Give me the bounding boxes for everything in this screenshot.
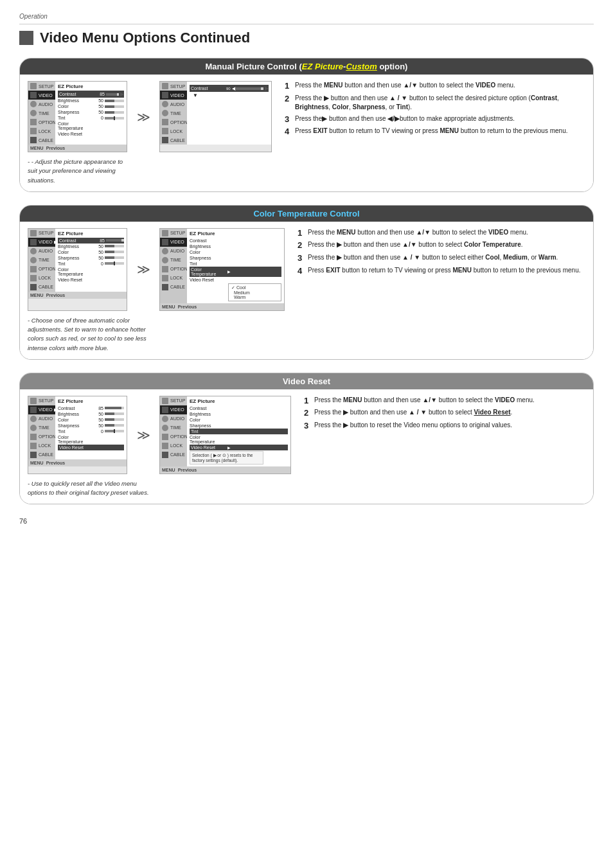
instr-3-1: 1 Press the MENU button and then use ▲/▼… <box>304 396 585 406</box>
menu-footer-r-3: MENU Previous <box>160 466 290 474</box>
section2-arrow: ≫ <box>134 228 153 311</box>
menu-title-1: EZ Picture <box>58 84 124 89</box>
sidebar-r-cable-1: CABLE <box>160 136 187 145</box>
instructions-1: 1 Press the MENU button and then use ▲/▼… <box>285 81 585 152</box>
menu-footer-3: MENU Previous <box>28 459 127 466</box>
sidebar-video-2: VIDEO ▶ <box>28 238 55 247</box>
menu-r-title-3: EZ Picture <box>190 398 288 404</box>
menu-row-contrast-1: Contrast 85 ▶ <box>58 91 124 98</box>
desc-1: - Adjust the picture appearance to suit … <box>28 157 134 185</box>
section-header-videoreset: Video Reset <box>20 373 593 389</box>
menu-row-brightness-1: Brightness 50 <box>58 98 124 103</box>
sidebar-time-1: TIME <box>28 109 55 118</box>
sidebar-setup-1: SETUP <box>28 82 55 91</box>
sidebar-time-2: TIME <box>28 256 55 265</box>
menu-row-tint-2: Tint0 <box>58 261 124 267</box>
section-header-colortemp: Color Temperature Control <box>20 206 593 222</box>
instructions-2: 1 Press the MENU button and then use ▲/▼… <box>298 228 585 311</box>
tv-menu-left-3: SETUP VIDEO ▶ AUDIO TIME OPTION LOCK CAB… <box>28 396 127 474</box>
menu-row-sharpness-3: Sharpness50 <box>58 423 124 429</box>
sidebar-option-2: OPTION <box>28 265 55 274</box>
instr-1-1: 1 Press the MENU button and then use ▲/▼… <box>285 81 585 91</box>
sidebar-r-option-3: OPTION <box>160 432 187 441</box>
section-manual-picture: Manual Picture Control (EZ Picture-Custo… <box>19 58 594 192</box>
title-block-icon <box>19 31 33 45</box>
sidebar-video-1: VIDEO <box>28 91 55 100</box>
color-option-cool: ✓ Cool <box>231 285 278 290</box>
menu-row-videoreset-3: Video Reset <box>58 445 124 450</box>
section-header-manual: Manual Picture Control (EZ Picture-Custo… <box>20 58 593 75</box>
menu-row-contrast-3: Contrast85 <box>58 405 124 411</box>
sidebar-setup-3: SETUP <box>28 396 55 405</box>
sidebar-option-3: OPTION <box>28 432 55 441</box>
sidebar-r-lock-3: LOCK <box>160 441 187 450</box>
sidebar-r-video-1: VIDEO <box>160 91 187 100</box>
desc-2: - Choose one of three automatic color ad… <box>28 316 156 353</box>
sidebar-video-3: VIDEO ▶ <box>28 405 55 414</box>
sidebar-lock-1: LOCK <box>28 127 55 136</box>
tv-menu-right-1: SETUP VIDEO AUDIO TIME OPTION <box>159 81 272 152</box>
menu-r-colortemp-3: Color Temperature <box>190 434 288 445</box>
instr-1-3: 3 Press the▶ button and then use ◀/▶butt… <box>285 114 585 125</box>
instr-2-4: 4 Press EXIT button to return to TV view… <box>298 266 585 276</box>
sidebar-r-time-1: TIME <box>160 109 187 118</box>
sidebar-r-cable-2: CABLE <box>160 283 187 292</box>
menu-footer-r-2: MENU Previous <box>160 303 284 310</box>
menu-footer-2: MENU Previous <box>28 292 127 299</box>
menu-r-color-2: Color <box>190 249 281 255</box>
menu-r-sharpness-3: Sharpness <box>190 423 288 429</box>
menu-row-colortemp-1: Color Temperature <box>58 121 124 131</box>
menu-row-colortemp-3: Color Temperature <box>58 434 124 445</box>
instr-3-3: 3 Press the ▶ button to reset the Video … <box>304 421 585 431</box>
section-color-temp: Color Temperature Control SETUP VIDEO ▶ … <box>19 205 594 360</box>
sidebar-r-video-3: VIDEO <box>160 405 187 414</box>
sidebar-audio-2: AUDIO <box>28 247 55 256</box>
color-selection-popup: ✓ Cool Medium Warm <box>228 283 281 301</box>
instr-2-1: 1 Press the MENU button and then use ▲/▼… <box>298 228 585 238</box>
sidebar-setup-2: SETUP <box>28 229 55 238</box>
sidebar-r-option-1: OPTION <box>160 118 187 127</box>
instr-2-3: 3 Press the ▶ button and then use ▲ / ▼ … <box>298 253 585 263</box>
section-video-reset: Video Reset SETUP VIDEO ▶ AUDIO TIME OPT… <box>19 373 594 505</box>
color-option-warm: Warm <box>231 295 278 299</box>
menu-r-tint-3: Tint <box>190 429 288 434</box>
instructions-3: 1 Press the MENU button and then use ▲/▼… <box>304 396 585 474</box>
sidebar-cable-2: CABLE <box>28 283 55 292</box>
menu-r-down-1: ▼ <box>190 92 269 99</box>
sidebar-r-audio-1: AUDIO <box>160 100 187 109</box>
sidebar-r-audio-2: AUDIO <box>160 247 187 256</box>
menu-row-tint-3: Tint0 <box>58 429 124 434</box>
menu-r-tint-2: Tint <box>190 261 281 267</box>
selection-note-3: Selection ( ▶ or ⊙ ) resets to the facto… <box>190 451 263 465</box>
sidebar-r-cable-3: CABLE <box>160 450 187 459</box>
tv-menu-left-1: SETUP VIDEO AUDIO TIME OPTION <box>28 81 127 152</box>
sidebar-r-setup-3: SETUP <box>160 396 187 405</box>
menu-r-sharpness-2: Sharpness <box>190 255 281 261</box>
sidebar-audio-1: AUDIO <box>28 100 55 109</box>
menu-r-brightness-2: Brightness <box>190 244 281 249</box>
sidebar-time-3: TIME <box>28 423 55 432</box>
menu-row-colortemp-2: Color Temperature <box>58 267 124 277</box>
page-number: 76 <box>19 517 594 525</box>
page-header: Operation <box>19 13 594 24</box>
sidebar-lock-3: LOCK <box>28 441 55 450</box>
menu-r-contrast-3: Contrast <box>190 405 288 411</box>
menu-row-videoreset-1: Video Reset <box>58 131 124 137</box>
menu-row-color-2: Color50 <box>58 249 124 255</box>
menu-r-videoreset-3: Video Reset ▶ <box>190 445 288 450</box>
sidebar-option-1: OPTION <box>28 118 55 127</box>
menu-r-videoreset-2: Video Reset <box>190 277 281 283</box>
tv-menu-right-3: SETUP VIDEO AUDIO TIME OPTION LOCK CABLE… <box>159 396 291 474</box>
sidebar-r-lock-1: LOCK <box>160 127 187 136</box>
sidebar-r-time-2: TIME <box>160 256 187 265</box>
menu-row-color-1: Color 50 <box>58 103 124 109</box>
menu-row-brightness-3: Brightness50 <box>58 411 124 417</box>
section3-arrow: ≫ <box>134 396 153 474</box>
menu-row-videoreset-2: Video Reset <box>58 277 124 283</box>
menu-row-contrast-2: Contrast85 <box>58 238 124 244</box>
sidebar-r-setup-1: SETUP <box>160 82 187 91</box>
sidebar-lock-2: LOCK <box>28 274 55 283</box>
sidebar-r-video-2: VIDEO <box>160 238 187 247</box>
sidebar-cable-1: CABLE <box>28 136 55 145</box>
page-title: Video Menu Options Continued <box>40 30 250 46</box>
